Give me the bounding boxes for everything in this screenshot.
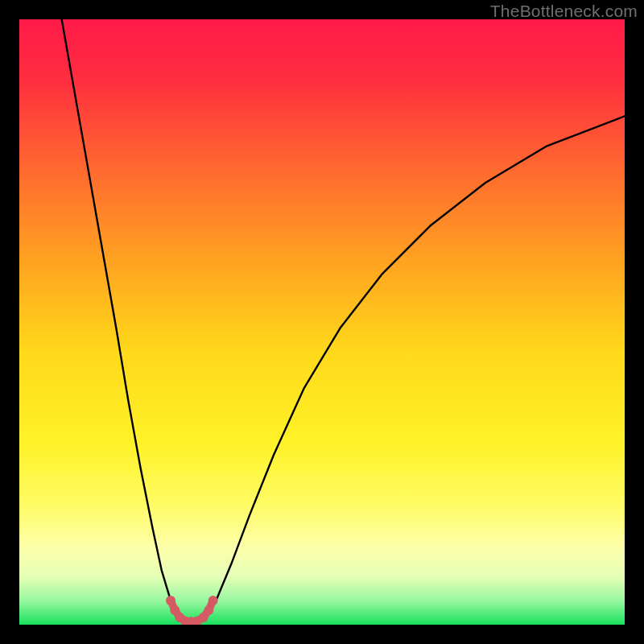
gradient-background bbox=[19, 19, 625, 625]
bottleneck-curve-plot bbox=[19, 19, 625, 625]
marker-valley-marker bbox=[204, 605, 213, 615]
marker-valley-marker bbox=[166, 596, 175, 605]
marker-valley-marker bbox=[208, 596, 218, 605]
watermark-text: TheBottleneck.com bbox=[490, 2, 638, 21]
chart-frame bbox=[19, 19, 625, 625]
